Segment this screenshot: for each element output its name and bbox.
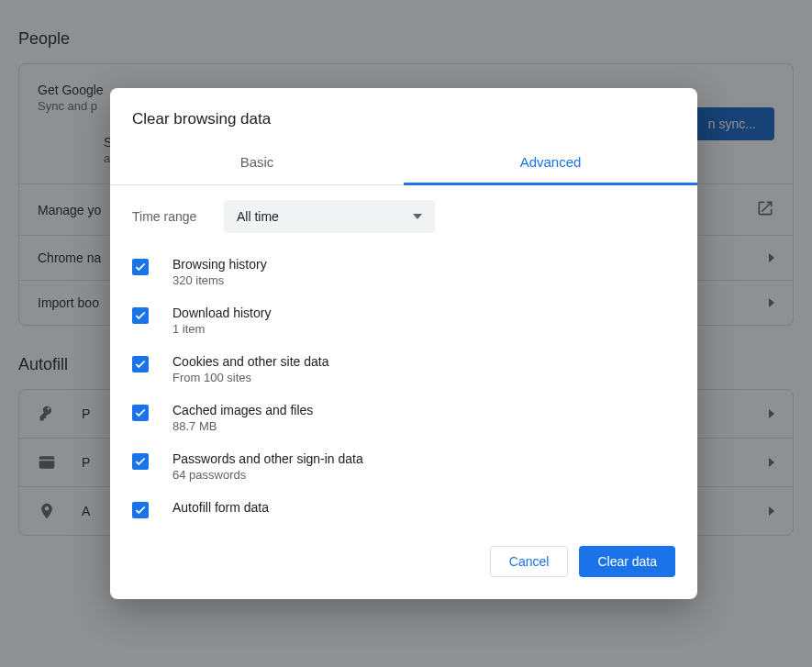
option-subtitle: From 100 sites [172,371,328,384]
option-checkbox[interactable] [132,502,149,518]
clear-data-option: Download history1 item [132,296,672,345]
option-subtitle: 320 items [172,273,267,287]
dialog-body[interactable]: Time range All time Browsing history320 … [110,185,697,528]
time-range-row: Time range All time [132,200,672,233]
option-title: Cookies and other site data [172,354,328,369]
clear-data-option: Autofill form data [132,491,672,528]
dialog-tabs: Basic Advanced [110,143,697,185]
clear-data-option: Browsing history320 items [132,248,672,296]
option-title: Browsing history [172,257,267,272]
tab-basic[interactable]: Basic [110,143,404,184]
dialog-actions: Cancel Clear data [110,528,697,599]
checkmark-icon [134,358,147,371]
checkmark-icon [134,504,147,517]
tab-advanced[interactable]: Advanced [404,143,697,185]
option-checkbox[interactable] [132,259,149,275]
clear-data-button[interactable]: Clear data [579,546,675,577]
caret-down-icon [413,214,422,219]
clear-browsing-data-dialog: Clear browsing data Basic Advanced Time … [110,88,697,599]
option-subtitle: 64 passwords [172,468,363,482]
option-title: Autofill form data [172,500,269,515]
option-title: Download history [172,306,271,320]
dialog-title: Clear browsing data [110,88,697,143]
checkmark-icon [134,261,147,273]
clear-data-option: Passwords and other sign-in data64 passw… [132,442,672,491]
time-range-select[interactable]: All time [224,200,435,233]
option-text: Browsing history320 items [172,257,267,287]
option-text: Cached images and files88.7 MB [172,403,313,433]
option-title: Cached images and files [172,403,313,417]
option-subtitle: 88.7 MB [172,419,313,433]
clear-data-option: Cookies and other site dataFrom 100 site… [132,345,672,394]
option-subtitle: 1 item [172,322,271,336]
option-text: Cookies and other site dataFrom 100 site… [172,354,328,384]
time-range-value: All time [237,209,279,224]
option-title: Passwords and other sign-in data [172,451,363,466]
checkmark-icon [134,406,147,419]
option-checkbox[interactable] [132,453,149,470]
option-text: Download history1 item [172,306,271,336]
cancel-button[interactable]: Cancel [490,546,569,577]
option-checkbox[interactable] [132,356,149,372]
checkmark-icon [134,309,147,322]
checkmark-icon [134,455,147,468]
option-text: Autofill form data [172,500,269,515]
option-text: Passwords and other sign-in data64 passw… [172,451,363,482]
option-checkbox[interactable] [132,405,149,421]
time-range-label: Time range [132,209,224,224]
option-checkbox[interactable] [132,307,149,324]
clear-data-option: Cached images and files88.7 MB [132,394,672,442]
